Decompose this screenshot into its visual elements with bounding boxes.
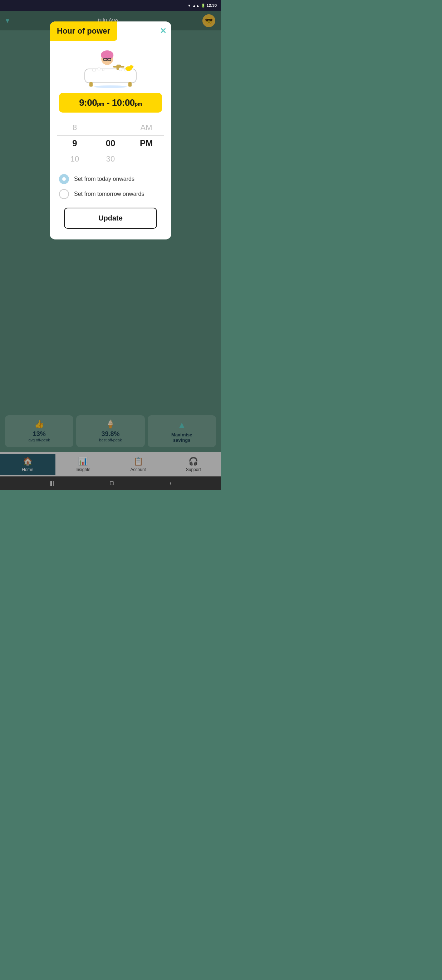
recent-apps-button[interactable]: ||| [49, 480, 54, 487]
back-button[interactable]: ‹ [169, 480, 171, 487]
time-separator: - [107, 97, 112, 108]
svg-rect-6 [89, 82, 93, 87]
status-time: 12:30 [207, 3, 217, 8]
ampm-above: AM [128, 120, 164, 135]
minute-below: 30 [93, 151, 128, 167]
svg-point-11 [97, 68, 100, 70]
svg-point-10 [92, 68, 96, 72]
radio-tomorrow-circle[interactable] [59, 189, 69, 199]
radio-today[interactable]: Set from today onwards [59, 174, 162, 184]
hour-below: 10 [57, 151, 93, 167]
bathtub-svg [75, 46, 146, 89]
picker-highlight [57, 135, 164, 151]
home-button[interactable]: □ [110, 480, 114, 487]
radio-today-label: Set from today onwards [74, 176, 134, 182]
status-bar: ▼ ▲▲ 🔋 12:30 [0, 0, 221, 11]
start-time: 9:00 [79, 97, 97, 108]
bathtub-illustration [50, 41, 171, 93]
svg-point-1 [101, 50, 113, 60]
signal-icon: ▲▲ [192, 3, 199, 8]
end-time: 10:00 [112, 97, 135, 108]
minute-above [93, 120, 128, 135]
wifi-icon: ▼ [187, 3, 191, 8]
svg-rect-7 [128, 82, 132, 87]
close-button[interactable]: ✕ [160, 27, 166, 36]
ampm-below [128, 151, 164, 167]
svg-rect-9 [113, 66, 124, 68]
time-picker[interactable]: 8 9 10 00 30 AM PM [57, 120, 164, 167]
home-indicator: ||| □ ‹ [0, 476, 221, 490]
modal-overlay: Hour of power ✕ [0, 11, 221, 476]
time-range-text: 9:00pm - 10:00pm [79, 97, 142, 108]
modal-title: Hour of power [57, 27, 110, 35]
update-button[interactable]: Update [64, 208, 157, 229]
radio-tomorrow-label: Set from tomorrow onwards [74, 191, 144, 197]
radio-group: Set from today onwards Set from tomorrow… [59, 174, 162, 199]
radio-tomorrow[interactable]: Set from tomorrow onwards [59, 189, 162, 199]
battery-icon: 🔋 [201, 3, 205, 8]
end-time-unit: pm [135, 101, 142, 107]
radio-today-circle[interactable] [59, 174, 69, 184]
start-time-unit: pm [97, 101, 104, 107]
svg-point-12 [102, 69, 104, 71]
hour-above: 8 [57, 120, 93, 135]
svg-point-18 [94, 86, 127, 88]
status-icons: ▼ ▲▲ 🔋 12:30 [187, 3, 217, 8]
modal-header-banner: Hour of power [50, 21, 117, 41]
svg-point-13 [119, 68, 122, 71]
hour-of-power-modal: Hour of power ✕ [50, 21, 171, 239]
time-range-display[interactable]: 9:00pm - 10:00pm [59, 93, 162, 113]
